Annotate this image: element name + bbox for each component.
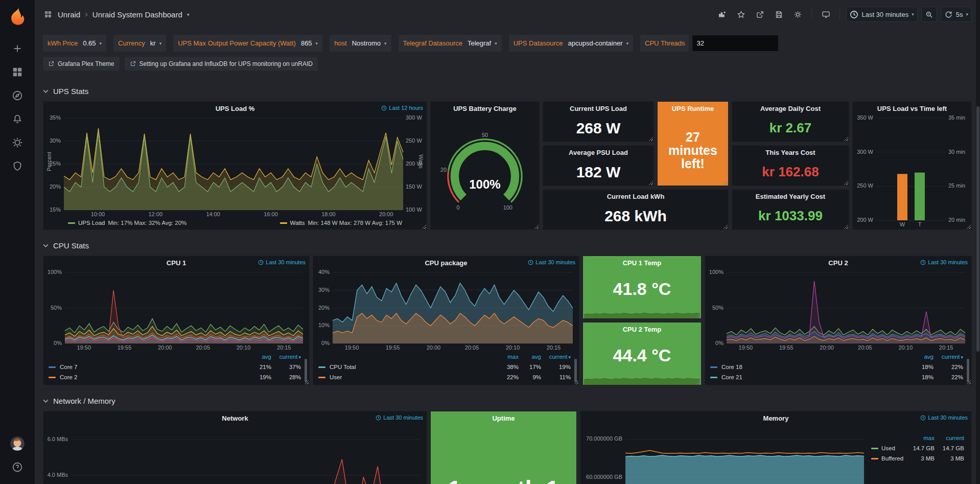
panel-time-override: Last 30 minutes bbox=[920, 259, 968, 265]
grafana-logo-icon[interactable] bbox=[6, 4, 29, 28]
row-cpu-stats: CPU 1 Last 30 minutes 100%50%0%19:5019:5… bbox=[35, 256, 980, 385]
share-button[interactable] bbox=[752, 7, 767, 22]
caret-down-icon: ▾ bbox=[912, 12, 914, 17]
panel-cpu2-temp: CPU 2 Temp 44.4 °C bbox=[582, 322, 702, 385]
create-icon[interactable] bbox=[6, 37, 29, 60]
breadcrumb-org[interactable]: Unraid bbox=[58, 10, 80, 19]
panel-time-override: Last 30 minutes bbox=[920, 414, 968, 421]
external-link-icon bbox=[48, 61, 54, 67]
caret-down-icon: ▾ bbox=[495, 41, 497, 46]
stat-value: kr 1033.99 bbox=[732, 203, 849, 229]
sort-caret-icon: ▾ bbox=[298, 355, 301, 360]
panel-ups-runtime: UPS Runtime 27 minutes left! bbox=[657, 101, 729, 186]
ups-load-vs-time-chart[interactable]: 350 W300 W250 W200 W35 min30 min25 min20… bbox=[853, 115, 971, 229]
link-ups-monitoring-guide[interactable]: Setting up Grafana and InfluxDB for UPS … bbox=[125, 57, 318, 71]
legend-scrollbar[interactable] bbox=[305, 359, 307, 382]
ups-load-chart[interactable]: Percent Watts 35%30%25%20%15%300 W250 W2… bbox=[43, 115, 427, 218]
panel-estimated-yearly-cost: Estimated Yearly Cost kr 1033.99 bbox=[732, 189, 849, 230]
legend-scrollbar[interactable] bbox=[967, 359, 969, 382]
panel-ups-battery-charge: UPS Battery Charge 0 20 50 100 100% bbox=[430, 101, 540, 230]
legend-table: maxcurrent Used14.7 GB14.7 GB Buffered3 … bbox=[869, 425, 971, 484]
variable-ups-datasource[interactable]: UPS Datasourceapcupsd-container▾ bbox=[509, 35, 633, 52]
divider bbox=[811, 9, 812, 19]
cpu2-chart[interactable]: 100%50%0%19:5019:5520:0020:0520:1020:15 bbox=[705, 269, 971, 352]
chevron-down-icon bbox=[43, 89, 49, 93]
variable-cpu-threads: CPU Threads bbox=[640, 35, 779, 52]
navbar: Unraid › Unraid System Dashboard ▾ Last … bbox=[35, 0, 980, 29]
cpu-threads-input[interactable] bbox=[692, 35, 779, 52]
variable-telegraf-datasource[interactable]: Telegraf DatasourceTelegraf▾ bbox=[399, 35, 502, 52]
cpu1-temp-sparkline bbox=[583, 306, 701, 318]
caret-down-icon: ▾ bbox=[966, 12, 968, 17]
panel-this-years-cost: This Years Cost kr 162.68 bbox=[732, 145, 849, 186]
cpu-temps-column: CPU 1 Temp 41.8 °C CPU 2 Temp 44.4 °C bbox=[582, 256, 702, 385]
variable-currency[interactable]: Currencykr▾ bbox=[113, 35, 166, 52]
stat-value: kr 162.68 bbox=[732, 159, 849, 186]
memory-chart[interactable]: 70.000000 GB60.000000 GB50.000000 GB bbox=[580, 425, 869, 484]
external-link-icon bbox=[130, 61, 136, 67]
network-chart[interactable]: 6.0 MBs4.0 MBs2.0 MBs bbox=[43, 425, 427, 484]
stat-value: 182 W bbox=[543, 159, 654, 186]
legend-item[interactable]: WattsMin: 148 W Max: 278 W Avg: 175 W bbox=[280, 220, 402, 226]
server-admin-shield-icon[interactable] bbox=[6, 154, 29, 178]
cycle-view-monitor-button[interactable] bbox=[818, 7, 833, 22]
section-cpu-stats[interactable]: CPU Stats bbox=[35, 238, 980, 253]
clock-icon bbox=[376, 415, 381, 421]
save-button[interactable] bbox=[771, 7, 786, 22]
sidebar bbox=[0, 0, 35, 484]
legend-scrollbar[interactable] bbox=[574, 359, 577, 382]
cpu1-chart[interactable]: 100%50%0%19:5019:5520:0020:0520:1020:15 bbox=[43, 269, 309, 352]
star-button[interactable] bbox=[733, 7, 749, 22]
clock-icon bbox=[381, 105, 387, 111]
clock-icon bbox=[850, 10, 858, 19]
help-icon[interactable] bbox=[6, 455, 29, 479]
link-grafana-plex-theme[interactable]: Grafana Plex Theme bbox=[43, 57, 120, 71]
section-network-memory[interactable]: Network / Memory bbox=[35, 393, 980, 408]
cpu2-temp-sparkline bbox=[583, 373, 701, 385]
legend-row: User22%9%11% bbox=[318, 372, 571, 382]
stat-value: kr 2.67 bbox=[732, 115, 849, 142]
caret-down-icon: ▾ bbox=[159, 41, 162, 46]
ups-stat-grid: Current UPS Load 268 W UPS Runtime 27 mi… bbox=[543, 101, 849, 230]
caret-down-icon: ▾ bbox=[187, 12, 190, 17]
caret-down-icon: ▾ bbox=[100, 41, 102, 46]
page-scrollbar bbox=[976, 0, 980, 484]
zoom-out-button[interactable] bbox=[921, 7, 937, 22]
legend-item[interactable]: UPS LoadMin: 17% Max: 32% Avg: 20% bbox=[68, 220, 186, 226]
panel-cpu1-temp: CPU 1 Temp 41.8 °C bbox=[582, 256, 702, 319]
chevron-down-icon bbox=[43, 399, 49, 403]
panel-current-ups-load: Current UPS Load 268 W bbox=[543, 101, 654, 142]
panel-ups-load-vs-time-left: UPS Load vs Time left 350 W300 W250 W200… bbox=[852, 101, 972, 230]
legend-row: Core 219%28% bbox=[49, 372, 301, 382]
breadcrumb: Unraid › Unraid System Dashboard ▾ bbox=[43, 9, 190, 19]
cpu-package-chart[interactable]: 40%30%20%10%0%19:5019:5520:0020:0520:102… bbox=[313, 269, 579, 352]
configuration-gear-icon[interactable] bbox=[6, 131, 29, 154]
section-ups-stats[interactable]: UPS Stats bbox=[35, 83, 980, 99]
dashboard-grid-icon bbox=[43, 9, 53, 19]
variable-kwh-price[interactable]: kWh Price0.65▾ bbox=[43, 35, 106, 52]
navbar-actions: Last 30 minutes ▾ 5s ▾ bbox=[714, 7, 972, 22]
caret-down-icon: ▾ bbox=[316, 41, 318, 46]
dashboard-submenu: kWh Price0.65▾ Currencykr▾ UPS Max Outpu… bbox=[35, 29, 980, 76]
page-scrollbar-thumb[interactable] bbox=[976, 106, 979, 352]
add-panel-button[interactable] bbox=[714, 7, 730, 22]
alerting-icon[interactable] bbox=[6, 107, 29, 131]
user-avatar[interactable] bbox=[6, 432, 29, 455]
legend: UPS LoadMin: 17% Max: 32% Avg: 20% Watts… bbox=[43, 218, 427, 229]
svg-text:20: 20 bbox=[440, 167, 447, 173]
stat-value: 268 W bbox=[543, 115, 654, 142]
refresh-button[interactable]: 5s ▾ bbox=[941, 7, 972, 22]
clock-icon bbox=[920, 260, 926, 265]
explore-icon[interactable] bbox=[6, 84, 29, 107]
dashboard-settings-button[interactable] bbox=[790, 7, 805, 22]
breadcrumb-dashboard-title[interactable]: Unraid System Dashboard bbox=[92, 10, 182, 19]
variable-host[interactable]: hostNostromo▾ bbox=[330, 35, 391, 52]
refresh-interval-label: 5s bbox=[956, 11, 963, 18]
variable-ups-max-power[interactable]: UPS Max Output Power Capacity (Watt)865▾ bbox=[173, 35, 322, 52]
panel-time-override: Last 30 minutes bbox=[376, 414, 423, 421]
dashboards-icon[interactable] bbox=[6, 60, 29, 84]
legend-table: avgcurrent▾ Core 721%37% Core 219%28% bbox=[43, 352, 309, 385]
battery-gauge: 0 20 50 100 100% bbox=[431, 115, 539, 229]
panel-time-override: Last 30 minutes bbox=[258, 259, 306, 265]
time-range-picker[interactable]: Last 30 minutes ▾ bbox=[846, 7, 917, 22]
